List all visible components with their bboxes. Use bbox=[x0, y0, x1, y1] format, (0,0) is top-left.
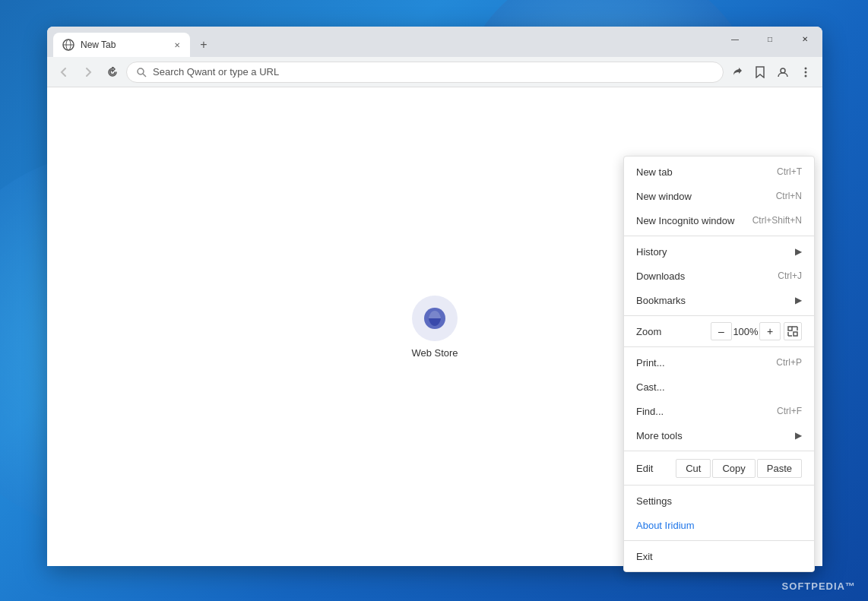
menu-item-new-window-label: New window bbox=[636, 191, 770, 202]
tab-title: New Tab bbox=[81, 40, 164, 50]
toolbar-right-buttons bbox=[727, 62, 816, 83]
bookmarks-arrow-icon: ▶ bbox=[795, 295, 802, 305]
menu-button[interactable] bbox=[795, 62, 816, 83]
menu-item-new-tab-label: New tab bbox=[636, 166, 771, 178]
zoom-increase-button[interactable]: + bbox=[759, 322, 781, 340]
minimize-button[interactable]: — bbox=[718, 27, 752, 51]
menu-item-bookmarks-label: Bookmarks bbox=[636, 295, 789, 306]
separator-5 bbox=[624, 485, 814, 486]
copy-button[interactable]: Copy bbox=[712, 459, 755, 478]
menu-item-downloads-shortcut: Ctrl+J bbox=[778, 270, 802, 281]
title-bar: New Tab ✕ + — □ ✕ bbox=[47, 27, 822, 57]
svg-point-8 bbox=[805, 74, 807, 77]
separator-2 bbox=[624, 315, 814, 316]
share-button[interactable] bbox=[727, 62, 748, 83]
web-store-shortcut[interactable]: Web Store bbox=[411, 296, 458, 359]
bookmark-button[interactable] bbox=[749, 62, 771, 83]
address-text: Search Qwant or type a URL bbox=[153, 66, 714, 77]
menu-item-find-label: Find... bbox=[636, 406, 771, 417]
svg-point-3 bbox=[138, 68, 144, 74]
web-store-logo bbox=[412, 296, 458, 341]
separator-3 bbox=[624, 346, 814, 347]
web-store-label: Web Store bbox=[411, 347, 458, 359]
more-tools-arrow-icon: ▶ bbox=[795, 430, 802, 441]
reload-button[interactable] bbox=[102, 62, 123, 83]
zoom-fullscreen-button[interactable] bbox=[784, 322, 802, 340]
menu-item-more-tools[interactable]: More tools ▶ bbox=[624, 423, 814, 448]
edit-row: Edit Cut Copy Paste bbox=[624, 454, 814, 482]
svg-rect-9 bbox=[788, 327, 792, 331]
separator-6 bbox=[624, 540, 814, 541]
menu-item-more-tools-label: More tools bbox=[636, 430, 789, 441]
menu-item-new-tab-shortcut: Ctrl+T bbox=[777, 166, 802, 177]
history-arrow-icon: ▶ bbox=[795, 246, 802, 257]
menu-item-cast-label: Cast... bbox=[636, 381, 802, 393]
profile-button[interactable] bbox=[772, 62, 794, 83]
menu-item-bookmarks[interactable]: Bookmarks ▶ bbox=[624, 288, 814, 312]
menu-item-incognito-label: New Incognito window bbox=[636, 215, 746, 226]
zoom-value: 100% bbox=[732, 326, 759, 337]
zoom-label: Zoom bbox=[636, 326, 661, 337]
maximize-button[interactable]: □ bbox=[752, 27, 787, 51]
menu-item-find[interactable]: Find... Ctrl+F bbox=[624, 399, 814, 423]
menu-item-exit-label: Exit bbox=[636, 551, 802, 562]
forward-button[interactable] bbox=[78, 62, 99, 83]
cut-button[interactable]: Cut bbox=[676, 459, 711, 478]
menu-item-history-label: History bbox=[636, 246, 789, 258]
tab-favicon bbox=[62, 39, 74, 51]
menu-item-cast[interactable]: Cast... bbox=[624, 375, 814, 399]
separator-1 bbox=[624, 236, 814, 236]
paste-button[interactable]: Paste bbox=[757, 459, 802, 478]
zoom-control: Zoom – 100% + bbox=[624, 319, 814, 343]
address-bar[interactable]: Search Qwant or type a URL bbox=[126, 62, 724, 83]
menu-item-history[interactable]: History ▶ bbox=[624, 239, 814, 264]
zoom-buttons: – 100% + bbox=[667, 322, 802, 340]
menu-item-about[interactable]: About Iridium bbox=[624, 513, 814, 537]
menu-item-exit[interactable]: Exit bbox=[624, 544, 814, 568]
toolbar: Search Qwant or type a URL bbox=[47, 57, 822, 87]
browser-window: New Tab ✕ + — □ ✕ Search Qwant or type a… bbox=[47, 27, 822, 566]
menu-item-print[interactable]: Print... Ctrl+P bbox=[624, 350, 814, 375]
menu-item-incognito-shortcut: Ctrl+Shift+N bbox=[752, 215, 802, 226]
svg-point-5 bbox=[781, 68, 785, 73]
menu-item-downloads[interactable]: Downloads Ctrl+J bbox=[624, 264, 814, 288]
menu-item-print-shortcut: Ctrl+P bbox=[776, 357, 802, 368]
menu-item-downloads-label: Downloads bbox=[636, 270, 771, 282]
menu-item-about-label: About Iridium bbox=[636, 520, 802, 531]
page-content: Web Store New tab Ctrl+T New window Ctrl… bbox=[47, 87, 822, 566]
menu-item-settings[interactable]: Settings bbox=[624, 489, 814, 513]
zoom-decrease-button[interactable]: – bbox=[711, 322, 732, 340]
menu-item-find-shortcut: Ctrl+F bbox=[777, 406, 802, 416]
menu-item-new-window[interactable]: New window Ctrl+N bbox=[624, 184, 814, 208]
edit-label: Edit bbox=[636, 463, 674, 474]
active-tab[interactable]: New Tab ✕ bbox=[53, 33, 190, 57]
menu-item-new-tab[interactable]: New tab Ctrl+T bbox=[624, 160, 814, 184]
menu-item-settings-label: Settings bbox=[636, 495, 802, 507]
svg-point-6 bbox=[805, 67, 807, 69]
search-icon bbox=[136, 67, 147, 77]
svg-rect-10 bbox=[794, 332, 797, 336]
separator-4 bbox=[624, 451, 814, 451]
context-menu: New tab Ctrl+T New window Ctrl+N New Inc… bbox=[623, 156, 815, 572]
menu-item-new-window-shortcut: Ctrl+N bbox=[776, 191, 802, 201]
tab-close-button[interactable]: ✕ bbox=[170, 38, 184, 52]
back-button[interactable] bbox=[53, 62, 74, 83]
tab-bar: New Tab ✕ + bbox=[47, 27, 220, 57]
svg-line-4 bbox=[143, 74, 146, 77]
softpedia-watermark: SOFTPEDIA™ bbox=[782, 580, 856, 592]
menu-item-print-label: Print... bbox=[636, 357, 770, 369]
new-tab-button[interactable]: + bbox=[193, 34, 214, 55]
window-controls: — □ ✕ bbox=[718, 27, 822, 51]
close-button[interactable]: ✕ bbox=[787, 27, 822, 51]
menu-item-incognito[interactable]: New Incognito window Ctrl+Shift+N bbox=[624, 208, 814, 232]
svg-point-7 bbox=[805, 71, 807, 73]
